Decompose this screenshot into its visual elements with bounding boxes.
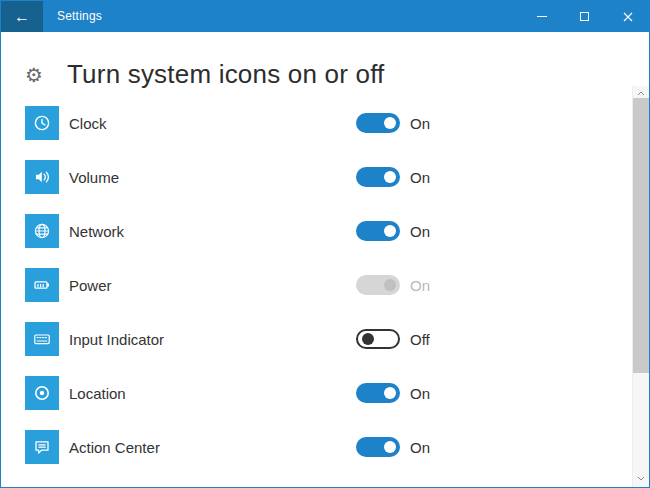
toggle-knob xyxy=(384,117,396,129)
row-location: Location On xyxy=(25,376,649,410)
window-controls xyxy=(520,1,649,32)
power-toggle xyxy=(356,275,400,295)
minimize-icon xyxy=(537,16,547,17)
clock-toggle[interactable] xyxy=(356,113,400,133)
volume-icon xyxy=(25,160,59,194)
power-icon xyxy=(25,268,59,302)
network-toggle[interactable] xyxy=(356,221,400,241)
toggle-knob xyxy=(384,441,396,453)
maximize-button[interactable] xyxy=(563,1,606,32)
back-button[interactable]: ← xyxy=(1,1,43,32)
clock-icon xyxy=(25,106,59,140)
toggle-state-label: On xyxy=(410,277,430,294)
toggle-knob xyxy=(362,333,374,345)
scrollbar-thumb[interactable] xyxy=(633,98,649,373)
network-icon xyxy=(25,214,59,248)
row-input-indicator: Input Indicator Off xyxy=(25,322,649,356)
toggle-state-label: On xyxy=(410,223,430,240)
toggle-state-label: On xyxy=(410,115,430,132)
location-toggle[interactable] xyxy=(356,383,400,403)
scrollbar[interactable] xyxy=(632,86,649,487)
page-title: Turn system icons on or off xyxy=(67,59,385,90)
window-title: Settings xyxy=(57,1,102,32)
row-clock: Clock On xyxy=(25,106,649,140)
row-power: Power On xyxy=(25,268,649,302)
close-icon xyxy=(623,12,633,22)
gear-icon: ⚙ xyxy=(25,63,59,87)
row-label: Location xyxy=(69,385,356,402)
maximize-icon xyxy=(580,12,589,21)
toggle-knob xyxy=(384,279,396,291)
row-label: Clock xyxy=(69,115,356,132)
row-label: Input Indicator xyxy=(69,331,356,348)
row-label: Volume xyxy=(69,169,356,186)
settings-window: ← Settings ⚙ Turn system icons on or off xyxy=(0,0,650,488)
scroll-up-icon[interactable] xyxy=(633,86,649,100)
titlebar: ← Settings xyxy=(1,1,649,32)
toggle-knob xyxy=(384,171,396,183)
system-icons-list: Clock On Volume On Network On xyxy=(25,106,649,464)
back-arrow-icon: ← xyxy=(14,8,30,26)
toggle-state-label: On xyxy=(410,169,430,186)
toggle-state-label: On xyxy=(410,439,430,456)
scroll-down-icon[interactable] xyxy=(633,471,649,485)
input-indicator-toggle[interactable] xyxy=(356,329,400,349)
toggle-state-label: Off xyxy=(410,331,430,348)
row-label: Action Center xyxy=(69,439,356,456)
row-label: Network xyxy=(69,223,356,240)
row-action-center: Action Center On xyxy=(25,430,649,464)
location-icon xyxy=(25,376,59,410)
row-label: Power xyxy=(69,277,356,294)
action-center-icon xyxy=(25,430,59,464)
toggle-state-label: On xyxy=(410,385,430,402)
page-header: ⚙ Turn system icons on or off xyxy=(1,32,649,99)
keyboard-icon xyxy=(25,322,59,356)
action-center-toggle[interactable] xyxy=(356,437,400,457)
volume-toggle[interactable] xyxy=(356,167,400,187)
close-button[interactable] xyxy=(606,1,649,32)
toggle-knob xyxy=(384,225,396,237)
toggle-knob xyxy=(384,387,396,399)
minimize-button[interactable] xyxy=(520,1,563,32)
row-network: Network On xyxy=(25,214,649,248)
row-volume: Volume On xyxy=(25,160,649,194)
